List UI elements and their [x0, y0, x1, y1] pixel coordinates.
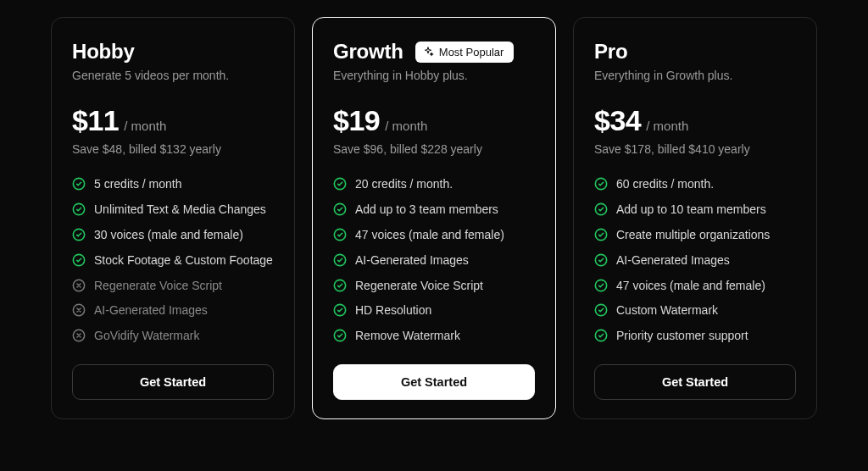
feature-label: 47 voices (male and female) — [355, 227, 535, 243]
feature-label: AI-Generated Images — [94, 302, 274, 319]
check-circle-icon — [72, 202, 86, 216]
feature-item: 47 voices (male and female) — [594, 278, 796, 294]
most-popular-badge: Most Popular — [415, 42, 515, 63]
feature-item: 60 credits / month. — [594, 176, 796, 192]
get-started-button[interactable]: Get Started — [594, 364, 796, 400]
feature-item: Priority customer support — [594, 328, 796, 344]
check-circle-icon — [333, 329, 347, 342]
feature-label: Add up to 10 team members — [616, 202, 796, 218]
check-circle-icon — [594, 303, 608, 317]
feature-item: GoVidify Watermark — [72, 328, 274, 344]
feature-label: AI-Generated Images — [616, 252, 796, 269]
check-circle-icon — [333, 228, 347, 241]
savings-text: Save $48, billed $132 yearly — [72, 142, 274, 156]
feature-item: Unlimited Text & Media Changes — [72, 202, 274, 218]
feature-label: Remove Watermark — [355, 328, 535, 344]
feature-label: 30 voices (male and female) — [94, 227, 274, 243]
plan-header: Pro — [594, 40, 796, 64]
check-circle-icon — [333, 253, 347, 267]
check-circle-icon — [333, 202, 347, 216]
savings-text: Save $96, billed $228 yearly — [333, 142, 535, 156]
feature-label: 47 voices (male and female) — [616, 278, 796, 294]
price-period: / month — [385, 119, 427, 133]
feature-item: Add up to 10 team members — [594, 202, 796, 218]
plan-title: Pro — [594, 40, 627, 64]
feature-item: Regenerate Voice Script — [333, 278, 535, 294]
check-circle-icon — [72, 177, 86, 191]
plan-card-pro: ProEverything in Growth plus.$34/ monthS… — [573, 17, 817, 419]
check-circle-icon — [594, 279, 608, 292]
plan-title: Hobby — [72, 40, 135, 64]
check-circle-icon — [594, 329, 608, 342]
price-period: / month — [646, 119, 688, 133]
plan-header: GrowthMost Popular — [333, 40, 535, 64]
feature-list: 5 credits / monthUnlimited Text & Media … — [72, 176, 274, 344]
feature-label: Create multiple organizations — [616, 227, 796, 243]
x-circle-icon — [72, 329, 86, 342]
check-circle-icon — [594, 228, 608, 241]
feature-label: Regenerate Voice Script — [355, 278, 535, 294]
feature-item: AI-Generated Images — [594, 252, 796, 269]
feature-label: Unlimited Text & Media Changes — [94, 202, 274, 218]
x-circle-icon — [72, 279, 86, 292]
feature-item: Create multiple organizations — [594, 227, 796, 243]
feature-item: AI-Generated Images — [333, 252, 535, 269]
get-started-button[interactable]: Get Started — [333, 364, 535, 400]
price-amount: $11 — [72, 104, 119, 137]
price-amount: $34 — [594, 104, 641, 137]
savings-text: Save $178, billed $410 yearly — [594, 142, 796, 156]
check-circle-icon — [72, 228, 86, 241]
feature-label: Stock Footage & Custom Footage — [94, 252, 274, 269]
plan-card-hobby: HobbyGenerate 5 videos per month.$11/ mo… — [51, 17, 295, 419]
feature-item: AI-Generated Images — [72, 302, 274, 319]
price-row: $19/ month — [333, 104, 535, 137]
feature-list: 60 credits / month.Add up to 10 team mem… — [594, 176, 796, 344]
feature-label: HD Resolution — [355, 302, 535, 319]
feature-item: Remove Watermark — [333, 328, 535, 344]
feature-label: Add up to 3 team members — [355, 202, 535, 218]
check-circle-icon — [333, 303, 347, 317]
price-row: $11/ month — [72, 104, 274, 137]
get-started-button[interactable]: Get Started — [72, 364, 274, 400]
feature-label: Priority customer support — [616, 328, 796, 344]
plan-subtitle: Everything in Hobby plus. — [333, 69, 535, 82]
feature-label: AI-Generated Images — [355, 252, 535, 269]
check-circle-icon — [594, 253, 608, 267]
feature-item: 5 credits / month — [72, 176, 274, 192]
feature-label: GoVidify Watermark — [94, 328, 274, 344]
feature-item: Add up to 3 team members — [333, 202, 535, 218]
feature-item: Custom Watermark — [594, 302, 796, 319]
feature-label: Custom Watermark — [616, 302, 796, 319]
sparkles-icon — [422, 46, 434, 58]
plan-card-growth: GrowthMost PopularEverything in Hobby pl… — [312, 17, 556, 419]
check-circle-icon — [333, 279, 347, 292]
price-amount: $19 — [333, 104, 380, 137]
check-circle-icon — [594, 202, 608, 216]
price-row: $34/ month — [594, 104, 796, 137]
feature-item: Stock Footage & Custom Footage — [72, 252, 274, 269]
plan-title: Growth — [333, 40, 403, 64]
feature-label: 20 credits / month. — [355, 176, 535, 192]
plan-header: Hobby — [72, 40, 274, 64]
x-circle-icon — [72, 303, 86, 317]
feature-item: HD Resolution — [333, 302, 535, 319]
price-period: / month — [124, 119, 166, 133]
plan-subtitle: Everything in Growth plus. — [594, 69, 796, 82]
check-circle-icon — [594, 177, 608, 191]
feature-label: Regenerate Voice Script — [94, 278, 274, 294]
feature-label: 5 credits / month — [94, 176, 274, 192]
pricing-row: HobbyGenerate 5 videos per month.$11/ mo… — [0, 0, 868, 436]
badge-label: Most Popular — [439, 46, 504, 58]
feature-item: 20 credits / month. — [333, 176, 535, 192]
feature-label: 60 credits / month. — [616, 176, 796, 192]
feature-item: 47 voices (male and female) — [333, 227, 535, 243]
check-circle-icon — [333, 177, 347, 191]
plan-subtitle: Generate 5 videos per month. — [72, 69, 274, 82]
feature-list: 20 credits / month.Add up to 3 team memb… — [333, 176, 535, 344]
feature-item: Regenerate Voice Script — [72, 278, 274, 294]
feature-item: 30 voices (male and female) — [72, 227, 274, 243]
check-circle-icon — [72, 253, 86, 267]
